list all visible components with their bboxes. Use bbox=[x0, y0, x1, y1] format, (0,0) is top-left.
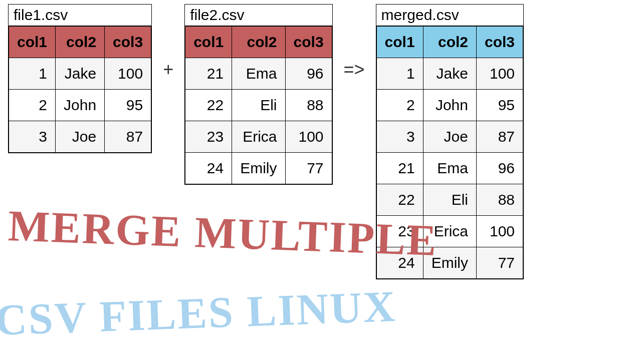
arrow-operator: => bbox=[337, 59, 372, 80]
file1-table: file1.csv col1 col2 col3 1 Jake 100 2 Jo… bbox=[8, 4, 152, 153]
table-row: 1 Jake 100 bbox=[376, 58, 523, 90]
file2-col1-header: col1 bbox=[185, 27, 232, 58]
file2-table: file2.csv col1 col2 col3 21 Ema 96 22 El… bbox=[184, 4, 332, 185]
table-row: 3 Joe 87 bbox=[9, 121, 151, 153]
table-row: 23 Erica 100 bbox=[185, 121, 332, 153]
file1-col3-header: col3 bbox=[105, 27, 151, 58]
file1-col1-header: col1 bbox=[9, 27, 56, 58]
table-row: 2 John 95 bbox=[376, 90, 523, 121]
table-row: 2 John 95 bbox=[9, 90, 151, 121]
file2-data: col1 col2 col3 21 Ema 96 22 Eli 88 23 bbox=[185, 26, 332, 184]
file2-col2-header: col2 bbox=[232, 27, 285, 58]
table-row: 21 Ema 96 bbox=[185, 58, 332, 90]
merged-col1-header: col1 bbox=[376, 27, 423, 58]
merged-title: merged.csv bbox=[376, 5, 523, 26]
table-row: 3 Joe 87 bbox=[376, 121, 523, 153]
file1-title: file1.csv bbox=[9, 5, 151, 26]
table-row: 1 Jake 100 bbox=[9, 58, 151, 90]
file1-data: col1 col2 col3 1 Jake 100 2 John 95 3 bbox=[9, 26, 151, 153]
merged-col3-header: col3 bbox=[476, 27, 523, 58]
table-row: 21 Ema 96 bbox=[376, 153, 523, 184]
table-row: 22 Eli 88 bbox=[185, 90, 332, 121]
plus-operator: + bbox=[156, 59, 180, 80]
file2-title: file2.csv bbox=[185, 5, 332, 26]
merged-col2-header: col2 bbox=[423, 27, 476, 58]
caption-line2: CSV FILES LINUX bbox=[0, 281, 397, 345]
file2-col3-header: col3 bbox=[285, 27, 332, 58]
table-row: 24 Emily 77 bbox=[185, 153, 332, 184]
file1-col2-header: col2 bbox=[56, 27, 105, 58]
table-row: 22 Eli 88 bbox=[376, 184, 523, 216]
